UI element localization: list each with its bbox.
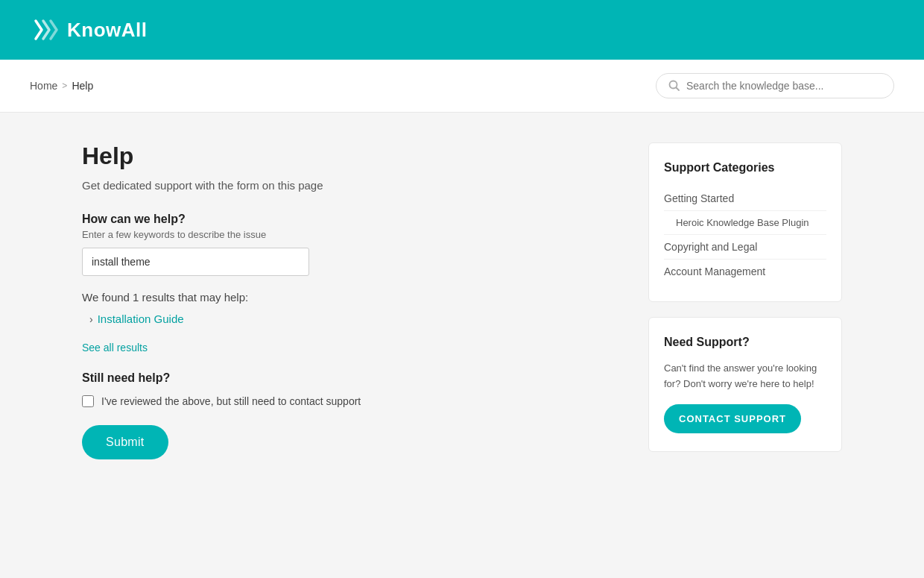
form-hint: Enter a few keywords to describe the iss… [82, 229, 618, 240]
submit-button[interactable]: Submit [82, 425, 168, 459]
see-all-link[interactable]: See all results [82, 342, 148, 354]
search-icon [668, 80, 680, 92]
svg-line-1 [677, 88, 680, 91]
checkbox-label[interactable]: I've reviewed the above, but still need … [101, 395, 361, 407]
keyword-input[interactable] [82, 248, 309, 276]
logo[interactable]: KnowAll [30, 15, 148, 45]
result-item: › Installation Guide [82, 312, 618, 325]
page-title: Help [82, 142, 618, 170]
site-header: KnowAll [0, 0, 924, 60]
contact-checkbox[interactable] [82, 395, 94, 407]
sidebar: Support Categories Getting Started Heroi… [648, 142, 842, 452]
need-support-title: Need Support? [664, 336, 826, 349]
category-heroic-plugin[interactable]: Heroic Knowledge Base Plugin [664, 211, 826, 235]
breadcrumb-home[interactable]: Home [30, 80, 57, 92]
category-copyright[interactable]: Copyright and Legal [664, 235, 826, 260]
category-getting-started[interactable]: Getting Started [664, 186, 826, 211]
results-text: We found 1 results that may help: [82, 291, 618, 304]
breadcrumb: Home > Help [30, 80, 93, 92]
page-content: Help Get dedicated support with the form… [52, 142, 872, 459]
result-link[interactable]: Installation Guide [98, 312, 184, 325]
search-box [656, 73, 894, 98]
breadcrumb-current: Help [72, 80, 93, 92]
breadcrumb-bar: Home > Help [0, 60, 924, 113]
checkbox-row: I've reviewed the above, but still need … [82, 395, 618, 407]
categories-card: Support Categories Getting Started Heroi… [648, 142, 842, 302]
logo-icon [30, 15, 60, 45]
search-input[interactable] [686, 80, 882, 92]
contact-support-button[interactable]: CONTACT SUPPORT [664, 404, 801, 433]
page-subtitle: Get dedicated support with the form on t… [82, 179, 618, 192]
still-need-label: Still need help? [82, 371, 618, 385]
logo-text: KnowAll [67, 19, 148, 42]
categories-title: Support Categories [664, 161, 826, 175]
form-label: How can we help? [82, 213, 618, 226]
main-section: Help Get dedicated support with the form… [82, 142, 618, 459]
breadcrumb-separator: > [62, 81, 67, 91]
need-support-card: Need Support? Can't find the answer you'… [648, 317, 842, 452]
category-account[interactable]: Account Management [664, 260, 826, 283]
result-bullet: › [89, 313, 93, 325]
need-support-desc: Can't find the answer you're looking for… [664, 361, 826, 392]
